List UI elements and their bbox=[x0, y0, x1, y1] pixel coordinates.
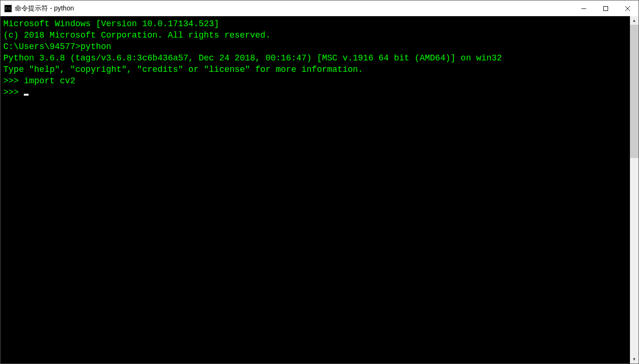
terminal-line: Microsoft Windows [Version 10.0.17134.52… bbox=[3, 18, 627, 30]
titlebar-left: C:\ 命令提示符 - python bbox=[4, 4, 74, 13]
titlebar[interactable]: C:\ 命令提示符 - python bbox=[0, 0, 639, 16]
terminal-line: Python 3.6.8 (tags/v3.6.8:3c6b436a57, De… bbox=[3, 52, 627, 64]
window-title: 命令提示符 - python bbox=[15, 4, 74, 13]
terminal-line: >>> import cv2 bbox=[3, 75, 627, 87]
terminal-line: (c) 2018 Microsoft Corporation. All righ… bbox=[3, 30, 627, 41]
scroll-up-arrow-icon[interactable]: ▲ bbox=[630, 16, 639, 25]
window-controls bbox=[573, 0, 639, 16]
minimize-button[interactable] bbox=[573, 0, 595, 16]
close-button[interactable] bbox=[617, 0, 639, 16]
terminal-line: C:\Users\94577>python bbox=[3, 41, 627, 52]
svg-rect-1 bbox=[604, 6, 608, 10]
maximize-button[interactable] bbox=[595, 0, 617, 16]
vertical-scrollbar[interactable]: ▲ ▼ bbox=[630, 16, 639, 364]
command-prompt-window: C:\ 命令提示符 - python Microsoft Windows [Ve… bbox=[0, 0, 639, 364]
cmd-icon: C:\ bbox=[4, 5, 12, 12]
terminal-line: Type "help", "copyright", "credits" or "… bbox=[3, 64, 627, 75]
scroll-thumb[interactable] bbox=[630, 25, 639, 158]
text-cursor bbox=[24, 94, 29, 96]
terminal-line: >>> bbox=[3, 87, 627, 98]
terminal-output[interactable]: Microsoft Windows [Version 10.0.17134.52… bbox=[0, 16, 630, 364]
scroll-track[interactable] bbox=[630, 25, 639, 355]
scroll-down-arrow-icon[interactable]: ▼ bbox=[630, 355, 639, 364]
terminal-area[interactable]: Microsoft Windows [Version 10.0.17134.52… bbox=[0, 16, 639, 364]
